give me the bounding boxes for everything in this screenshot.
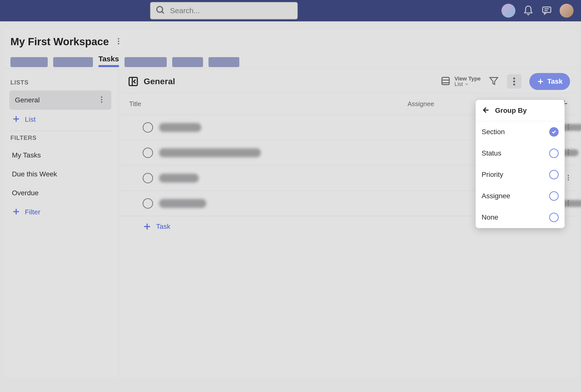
svg-point-28 (568, 124, 569, 125)
main-header: General View Type List (120, 69, 578, 93)
svg-point-10 (101, 101, 102, 103)
group-by-option[interactable]: None (476, 207, 564, 228)
sidebar-filter-item[interactable]: My Tasks (10, 146, 111, 165)
view-type-value: List (454, 81, 463, 87)
sidebar-item-label: General (15, 96, 40, 104)
task-title (159, 174, 199, 183)
new-task-button[interactable]: Task (529, 73, 570, 90)
view-type-selector[interactable]: View Type List (440, 75, 481, 87)
search-box[interactable] (150, 2, 298, 19)
list-more-icon[interactable] (98, 95, 106, 105)
popup-header: Group By (476, 100, 564, 121)
group-by-option[interactable]: Assignee (476, 185, 564, 207)
radio[interactable] (549, 213, 559, 222)
group-by-option[interactable]: Section (476, 121, 564, 143)
svg-point-39 (568, 204, 569, 206)
lists-header: LISTS (10, 79, 111, 86)
svg-point-6 (118, 40, 119, 42)
sidebar-filter-item[interactable]: Due this Week (10, 165, 111, 184)
group-by-option[interactable]: Status (476, 143, 564, 164)
option-label: None (482, 213, 498, 221)
add-list-label: List (25, 115, 36, 123)
tab-placeholder[interactable] (208, 57, 239, 67)
svg-point-9 (101, 99, 102, 100)
svg-point-31 (568, 149, 569, 151)
search-icon (156, 5, 166, 16)
sidebar-filter-item[interactable]: Overdue (10, 184, 111, 202)
svg-point-5 (118, 38, 119, 39)
collapse-sidebar-icon[interactable] (128, 76, 139, 87)
option-label: Status (482, 149, 501, 157)
task-checkbox[interactable] (143, 148, 153, 158)
svg-point-33 (568, 154, 569, 155)
option-label: Section (482, 128, 505, 136)
task-title (159, 199, 206, 208)
back-icon[interactable] (481, 106, 490, 115)
filter-icon[interactable] (488, 76, 499, 87)
new-task-label: Task (547, 77, 562, 85)
main-more-icon[interactable] (507, 74, 521, 89)
workspace-more-icon[interactable] (114, 37, 123, 46)
task-checkbox[interactable] (143, 173, 153, 183)
svg-rect-17 (442, 77, 449, 84)
row-more-icon[interactable] (564, 199, 572, 208)
svg-rect-2 (543, 7, 551, 12)
svg-point-37 (568, 200, 569, 201)
radio[interactable] (549, 191, 559, 201)
list-view-icon (440, 75, 451, 87)
row-more-icon[interactable] (564, 123, 572, 132)
svg-point-21 (513, 77, 515, 79)
plus-icon (12, 207, 20, 217)
divider (10, 131, 111, 131)
column-title[interactable]: Title (129, 100, 408, 108)
radio[interactable] (549, 170, 559, 179)
svg-point-29 (568, 126, 569, 127)
option-label: Assignee (482, 192, 510, 200)
tab-placeholder[interactable] (172, 57, 203, 67)
task-checkbox[interactable] (143, 198, 153, 209)
user-avatar[interactable] (560, 4, 574, 18)
main-panel: General View Type List (120, 69, 578, 378)
row-more-icon[interactable] (564, 149, 572, 157)
column-assignee[interactable]: Assignee (408, 100, 434, 108)
svg-line-1 (162, 11, 164, 13)
svg-point-8 (101, 96, 102, 98)
popup-title: Group By (495, 107, 527, 114)
option-label: Priority (482, 171, 503, 179)
tab-bar: Tasks (10, 55, 570, 67)
svg-marker-20 (490, 77, 498, 84)
radio[interactable] (549, 127, 559, 137)
tab-placeholder[interactable] (53, 57, 93, 67)
sidebar-item-general[interactable]: General (10, 90, 111, 110)
svg-point-0 (157, 6, 162, 12)
chat-icon[interactable] (541, 5, 552, 17)
filters-header: FILTERS (10, 134, 111, 141)
add-list-button[interactable]: List (10, 111, 111, 128)
plus-icon (12, 115, 20, 124)
notifications-icon[interactable] (523, 5, 534, 17)
assistant-avatar[interactable] (502, 4, 516, 18)
add-task-label: Task (156, 223, 170, 231)
group-by-option[interactable]: Priority (476, 164, 564, 185)
add-filter-button[interactable]: Filter (10, 204, 111, 220)
tab-tasks[interactable]: Tasks (98, 55, 119, 67)
row-more-icon[interactable] (564, 174, 572, 182)
workspace-title: My First Workspace (10, 36, 109, 48)
tab-placeholder[interactable] (124, 57, 167, 67)
svg-point-34 (568, 175, 569, 176)
svg-point-22 (513, 80, 515, 82)
task-title (159, 123, 201, 132)
group-by-popup: Group By SectionStatusPriorityAssigneeNo… (476, 100, 564, 228)
radio[interactable] (549, 149, 559, 158)
workspace-header: My First Workspace Tasks (4, 29, 578, 67)
svg-point-38 (568, 202, 569, 203)
svg-point-30 (568, 128, 569, 130)
sidebar: LISTS General List FILTERS My TasksDue t… (4, 69, 117, 378)
view-type-label: View Type (454, 76, 481, 81)
svg-point-7 (118, 43, 119, 44)
task-title (159, 148, 261, 157)
tab-placeholder[interactable] (10, 57, 48, 67)
task-checkbox[interactable] (143, 122, 153, 133)
search-input[interactable] (170, 6, 292, 15)
section-title: General (144, 76, 175, 86)
